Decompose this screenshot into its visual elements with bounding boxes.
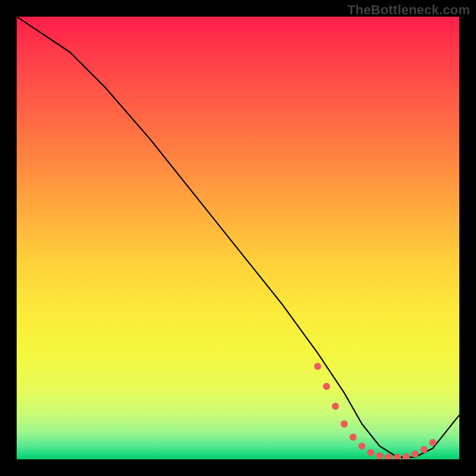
highlight-dot xyxy=(358,443,365,450)
chart-svg xyxy=(17,17,459,459)
highlight-dot xyxy=(349,434,356,441)
highlight-dot xyxy=(394,453,401,459)
watermark-label: TheBottleneck.com xyxy=(347,2,470,18)
plot-area xyxy=(17,17,459,459)
highlight-dot xyxy=(421,446,428,453)
highlight-dot xyxy=(385,453,392,459)
marker-group xyxy=(314,363,437,459)
highlight-dot xyxy=(323,383,330,390)
highlight-dot xyxy=(403,453,410,460)
highlight-dot xyxy=(376,452,383,459)
curve-path xyxy=(17,17,459,457)
highlight-dot xyxy=(332,403,339,410)
highlight-dot xyxy=(341,421,348,428)
highlight-dot xyxy=(412,450,419,458)
highlight-dot xyxy=(429,439,436,446)
chart-frame: TheBottleneck.com xyxy=(0,0,476,476)
highlight-dot xyxy=(367,449,374,456)
highlight-dot xyxy=(314,363,321,370)
